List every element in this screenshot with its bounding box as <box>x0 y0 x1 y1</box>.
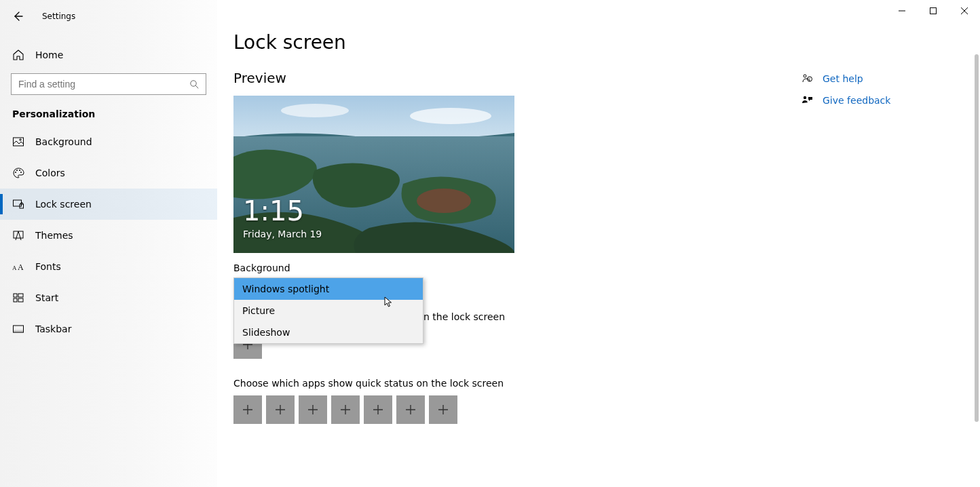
svg-text:?: ? <box>808 77 810 81</box>
background-label: Background <box>233 262 980 273</box>
sidebar-item-label: Start <box>35 292 58 303</box>
search-field[interactable] <box>18 79 189 90</box>
window-controls <box>886 0 980 22</box>
plus-icon <box>307 404 318 415</box>
close-button[interactable] <box>949 0 980 22</box>
aside: ? Get help Give feedback <box>801 68 964 111</box>
sidebar-item-label: Fonts <box>35 261 61 272</box>
svg-point-2 <box>20 139 21 140</box>
sidebar-item-label: Taskbar <box>35 324 71 334</box>
svg-point-23 <box>417 189 471 213</box>
svg-point-4 <box>16 170 18 171</box>
svg-rect-14 <box>14 298 17 302</box>
quick-status-slot-4[interactable] <box>331 395 360 424</box>
titlebar: Settings <box>0 5 217 27</box>
close-icon <box>961 7 968 14</box>
sidebar-item-fonts[interactable]: AA Fonts <box>0 251 217 282</box>
plus-icon <box>438 404 449 415</box>
back-button[interactable] <box>12 11 23 22</box>
svg-point-5 <box>19 170 20 171</box>
app-name: Settings <box>42 12 75 21</box>
plus-icon <box>405 404 416 415</box>
minimize-button[interactable] <box>886 0 918 22</box>
search-icon <box>189 79 199 89</box>
arrow-left-icon <box>12 11 23 22</box>
option-label: Picture <box>242 305 275 316</box>
sidebar-item-label: Lock screen <box>35 199 92 210</box>
svg-rect-13 <box>18 294 23 297</box>
plus-icon <box>340 404 351 415</box>
svg-point-24 <box>804 75 806 77</box>
quick-status-row <box>233 395 980 424</box>
sidebar-item-label: Background <box>35 136 92 147</box>
svg-point-21 <box>281 104 349 117</box>
sidebar-item-start[interactable]: Start <box>0 282 217 313</box>
page-title: Lock screen <box>233 31 980 54</box>
home-label: Home <box>35 50 63 60</box>
start-icon <box>12 292 24 304</box>
sidebar-item-label: Colors <box>35 168 65 178</box>
scroll-thumb[interactable] <box>975 54 979 422</box>
fonts-icon: AA <box>12 260 24 273</box>
option-label: Slideshow <box>242 327 290 338</box>
settings-app: Settings Home Personalization Background… <box>0 0 980 487</box>
svg-rect-1 <box>14 138 24 146</box>
svg-rect-17 <box>14 330 24 332</box>
svg-point-0 <box>191 81 196 86</box>
sidebar-category: Personalization <box>0 95 217 126</box>
sidebar-home[interactable]: Home <box>0 39 217 71</box>
quick-status-slot-3[interactable] <box>299 395 327 424</box>
svg-rect-15 <box>18 298 23 302</box>
sidebar: Settings Home Personalization Background… <box>0 0 217 487</box>
maximize-button[interactable] <box>918 0 949 22</box>
feedback-icon <box>801 94 813 106</box>
feedback-label: Give feedback <box>823 95 890 106</box>
option-label: Windows spotlight <box>242 284 329 294</box>
sidebar-item-lock-screen[interactable]: Lock screen <box>0 189 217 220</box>
plus-icon <box>373 404 383 415</box>
background-dropdown-list: Windows spotlight Picture Slideshow <box>233 277 423 344</box>
home-icon <box>12 49 24 61</box>
svg-rect-18 <box>930 8 937 14</box>
quick-status-slot-7[interactable] <box>429 395 457 424</box>
sidebar-item-themes[interactable]: Themes <box>0 220 217 251</box>
svg-point-6 <box>20 172 22 173</box>
svg-point-27 <box>804 96 806 99</box>
plus-icon <box>242 404 253 415</box>
lock-screen-icon <box>12 198 24 210</box>
quick-status-label: Choose which apps show quick status on t… <box>233 378 980 389</box>
minimize-icon <box>899 7 905 14</box>
quick-status-slot-2[interactable] <box>266 395 295 424</box>
sidebar-item-taskbar[interactable]: Taskbar <box>0 313 217 345</box>
dropdown-option-spotlight[interactable]: Windows spotlight <box>234 278 423 300</box>
give-feedback-link[interactable]: Give feedback <box>801 90 964 111</box>
svg-point-3 <box>15 172 16 173</box>
taskbar-icon <box>12 323 24 335</box>
svg-rect-12 <box>14 294 17 297</box>
plus-icon <box>275 404 286 415</box>
maximize-icon <box>930 7 937 14</box>
svg-text:A: A <box>12 265 17 271</box>
sidebar-item-colors[interactable]: Colors <box>0 157 217 189</box>
themes-icon <box>12 229 24 241</box>
picture-icon <box>12 136 24 148</box>
quick-status-slot-1[interactable] <box>233 395 262 424</box>
help-icon: ? <box>801 73 813 85</box>
preview-time: 1:15 <box>243 197 304 225</box>
dropdown-option-picture[interactable]: Picture <box>234 300 423 322</box>
main-content: Lock screen Preview <box>217 0 980 487</box>
svg-text:A: A <box>18 262 24 272</box>
preview-date: Friday, March 19 <box>243 229 322 239</box>
search-container <box>0 73 217 95</box>
dropdown-option-slideshow[interactable]: Slideshow <box>234 322 423 343</box>
search-input[interactable] <box>11 73 206 95</box>
scrollbar[interactable] <box>975 54 979 482</box>
sidebar-item-label: Themes <box>35 230 73 241</box>
palette-icon <box>12 167 24 179</box>
quick-status-slot-6[interactable] <box>396 395 425 424</box>
sidebar-item-background[interactable]: Background <box>0 126 217 157</box>
lockscreen-preview[interactable]: 1:15 Friday, March 19 <box>233 96 514 253</box>
svg-point-20 <box>410 108 491 124</box>
get-help-link[interactable]: ? Get help <box>801 68 964 90</box>
quick-status-slot-5[interactable] <box>364 395 392 424</box>
